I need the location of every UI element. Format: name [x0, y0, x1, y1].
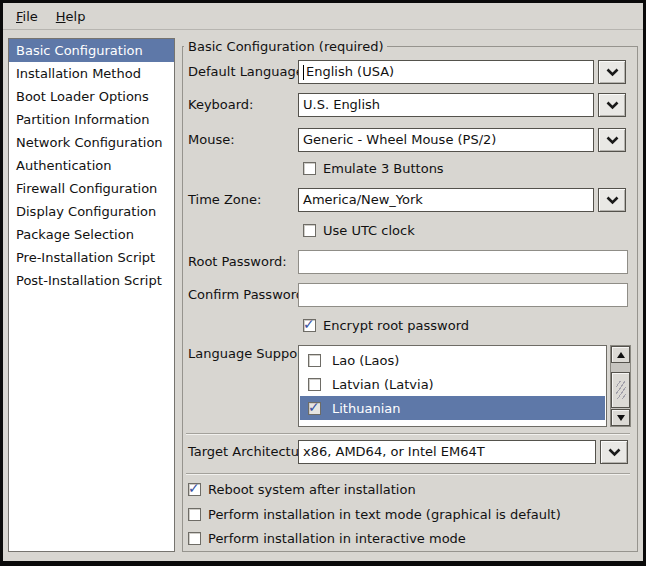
- checkbox-icon: [188, 483, 201, 496]
- text-caret: [303, 65, 304, 80]
- mouse-entry[interactable]: Generic - Wheel Mouse (PS/2): [298, 128, 594, 152]
- sidebar-item-package-selection[interactable]: Package Selection: [9, 223, 174, 246]
- reboot-after-install-label: Reboot system after installation: [208, 482, 416, 497]
- sidebar-item-authentication[interactable]: Authentication: [9, 154, 174, 177]
- interactive-install-checkbox[interactable]: Perform installation in interactive mode: [188, 530, 466, 547]
- use-utc-clock-checkbox[interactable]: Use UTC clock: [303, 222, 415, 239]
- language-option-macedonian[interactable]: Macedonian: [300, 420, 605, 427]
- separator: [186, 473, 630, 475]
- chevron-down-icon: [606, 136, 619, 145]
- root-password-input[interactable]: [298, 250, 628, 274]
- encrypt-root-password-label: Encrypt root password: [323, 318, 469, 333]
- checkbox-icon: [303, 319, 316, 332]
- language-option-lao[interactable]: Lao (Laos): [300, 348, 605, 372]
- reboot-after-install-checkbox[interactable]: Reboot system after installation: [188, 481, 416, 498]
- default-language-value: English (USA): [303, 64, 394, 79]
- checkbox-icon: [303, 224, 316, 237]
- target-architecture-dropdown-button[interactable]: [600, 440, 628, 464]
- language-list-scrollbar[interactable]: [610, 345, 631, 427]
- language-support-label: Language Support:: [188, 345, 312, 363]
- root-password-label: Root Password:: [188, 250, 287, 274]
- sidebar-item-pre-installation-script[interactable]: Pre-Installation Script: [9, 246, 174, 269]
- time-zone-value: America/New_York: [303, 192, 423, 207]
- mouse-value: Generic - Wheel Mouse (PS/2): [303, 132, 496, 147]
- kickstart-configurator-window: File Help Basic Configuration Installati…: [0, 0, 646, 566]
- sidebar-item-network-configuration[interactable]: Network Configuration: [9, 131, 174, 154]
- sidebar-item-display-configuration[interactable]: Display Configuration: [9, 200, 174, 223]
- use-utc-clock-label: Use UTC clock: [323, 223, 415, 238]
- time-zone-label: Time Zone:: [188, 188, 261, 212]
- language-option-label: Latvian (Latvia): [332, 377, 434, 392]
- keyboard-label: Keyboard:: [188, 93, 254, 117]
- chevron-down-icon: [606, 101, 619, 110]
- emulate-3-buttons-label: Emulate 3 Buttons: [323, 161, 444, 176]
- default-language-label: Default Language:: [188, 60, 308, 84]
- text-mode-install-label: Perform installation in text mode (graph…: [208, 507, 561, 522]
- language-option-latvian[interactable]: Latvian (Latvia): [300, 372, 605, 396]
- sidebar-item-firewall-configuration[interactable]: Firewall Configuration: [9, 177, 174, 200]
- keyboard-entry[interactable]: U.S. English: [298, 93, 594, 117]
- checkbox-icon: [308, 354, 321, 367]
- language-option-lithuanian[interactable]: Lithuanian: [300, 396, 605, 420]
- checkbox-icon: [188, 532, 201, 545]
- checkbox-icon: [303, 162, 316, 175]
- checkbox-icon: [308, 426, 321, 428]
- language-option-label: Lao (Laos): [332, 353, 399, 368]
- mouse-label: Mouse:: [188, 128, 235, 152]
- target-architecture-entry[interactable]: x86, AMD64, or Intel EM64T: [298, 440, 596, 464]
- confirm-password-label: Confirm Password:: [188, 283, 308, 307]
- checkbox-icon: [308, 378, 321, 391]
- scrollbar-thumb[interactable]: [611, 372, 630, 408]
- time-zone-dropdown-button[interactable]: [598, 188, 626, 212]
- default-language-entry[interactable]: English (USA): [298, 60, 594, 84]
- default-language-dropdown-button[interactable]: [598, 60, 626, 84]
- time-zone-entry[interactable]: America/New_York: [298, 188, 594, 212]
- mouse-dropdown-button[interactable]: [598, 128, 626, 152]
- language-option-label: Lithuanian: [332, 401, 400, 416]
- sidebar-item-partition-information[interactable]: Partition Information: [9, 108, 174, 131]
- text-mode-install-checkbox[interactable]: Perform installation in text mode (graph…: [188, 506, 561, 523]
- encrypt-root-password-checkbox[interactable]: Encrypt root password: [303, 317, 469, 334]
- menu-file[interactable]: File: [7, 6, 47, 27]
- scroll-up-button[interactable]: [611, 346, 630, 363]
- sidebar-item-basic-configuration[interactable]: Basic Configuration: [9, 39, 174, 62]
- language-support-list: Lao (Laos) Latvian (Latvia) Lithuanian M…: [298, 345, 607, 427]
- emulate-3-buttons-checkbox[interactable]: Emulate 3 Buttons: [303, 160, 444, 177]
- keyboard-dropdown-button[interactable]: [598, 93, 626, 117]
- sidebar-item-post-installation-script[interactable]: Post-Installation Script: [9, 269, 174, 292]
- language-option-label: Macedonian: [332, 425, 411, 428]
- separator: [186, 433, 630, 435]
- menu-help[interactable]: Help: [47, 6, 95, 27]
- chevron-down-icon: [606, 196, 619, 205]
- arrow-down-icon: [617, 415, 625, 421]
- section-list: Basic Configuration Installation Method …: [8, 38, 175, 552]
- target-architecture-value: x86, AMD64, or Intel EM64T: [303, 444, 485, 459]
- chevron-down-icon: [608, 448, 621, 457]
- frame-title: Basic Configuration (required): [184, 39, 387, 54]
- sidebar-item-boot-loader-options[interactable]: Boot Loader Options: [9, 85, 174, 108]
- scroll-down-button[interactable]: [611, 409, 630, 426]
- interactive-install-label: Perform installation in interactive mode: [208, 531, 466, 546]
- chevron-down-icon: [606, 68, 619, 77]
- arrow-up-icon: [617, 352, 625, 358]
- checkbox-icon: [308, 402, 321, 415]
- keyboard-value: U.S. English: [303, 97, 380, 112]
- menu-bar: File Help: [3, 3, 643, 30]
- checkbox-icon: [188, 508, 201, 521]
- confirm-password-input[interactable]: [298, 283, 628, 307]
- sidebar-item-installation-method[interactable]: Installation Method: [9, 62, 174, 85]
